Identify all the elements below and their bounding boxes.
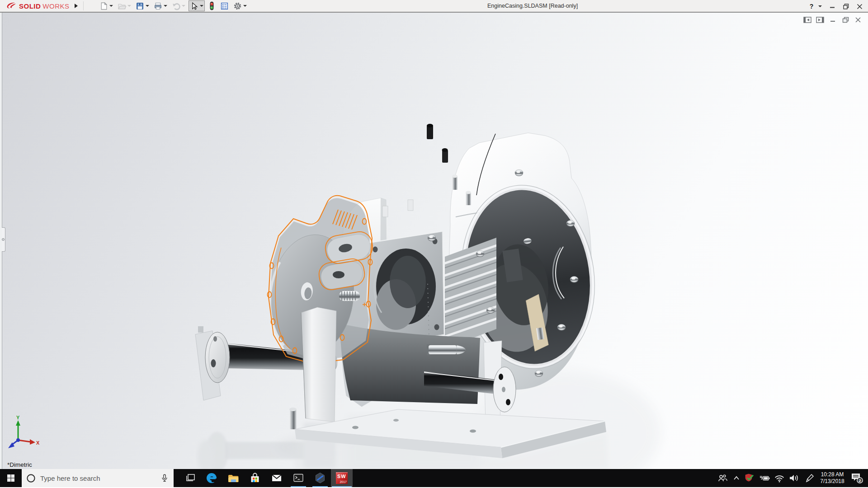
spring	[339, 291, 360, 301]
pane-arrow-right-button[interactable]	[815, 15, 826, 24]
doc-close-icon	[855, 17, 861, 23]
rebuild-button[interactable]	[207, 0, 217, 11]
taskbar-app-file-explorer[interactable]	[222, 469, 244, 487]
x-axis-arrow	[30, 439, 35, 445]
quick-access-toolbar	[98, 0, 248, 11]
action-center-button[interactable]: 2	[847, 469, 866, 487]
sw-cube-label: SW	[337, 474, 346, 479]
task-view-button[interactable]	[180, 469, 201, 487]
network-button[interactable]	[772, 469, 787, 487]
solidworks-monitor-button[interactable]	[743, 469, 757, 487]
options-dropdown-caret[interactable]	[243, 5, 247, 7]
select-dropdown-caret[interactable]	[200, 5, 203, 7]
people-icon	[717, 473, 727, 483]
restore-button[interactable]	[839, 0, 853, 12]
rebuild-traffic-light-icon	[208, 1, 216, 10]
doc-minimize-button[interactable]	[827, 15, 838, 24]
chevron-up-icon	[732, 474, 741, 482]
cortana-icon	[26, 474, 36, 483]
brand-solid: SOLID	[19, 2, 41, 10]
pen-icon	[804, 473, 815, 483]
select-cursor-icon	[190, 2, 198, 10]
minimize-button[interactable]	[826, 0, 839, 12]
y-axis-arrow	[16, 420, 20, 426]
taskbar-clock[interactable]: 10:28 AM 7/13/2018	[817, 469, 847, 487]
windows-ink-button[interactable]	[801, 469, 817, 487]
print-icon	[154, 2, 162, 10]
power-status-button[interactable]	[757, 469, 772, 487]
store-icon	[249, 472, 261, 484]
orientation-triad[interactable]: Y X	[3, 415, 41, 453]
file-properties-icon	[220, 2, 229, 10]
print-dropdown-caret[interactable]	[164, 5, 167, 7]
battery-plug-icon	[759, 473, 770, 483]
file-properties-button[interactable]	[219, 0, 230, 11]
solidworks-shield-icon	[745, 473, 755, 483]
help-dropdown-caret[interactable]	[818, 5, 822, 7]
solidworks-2017-icon: SW 2017	[336, 472, 348, 484]
open-folder-icon	[118, 2, 126, 10]
dowel-pin	[427, 344, 466, 355]
doc-restore-button[interactable]	[840, 15, 851, 24]
menu-flyout-button[interactable]	[72, 1, 80, 11]
undo-dropdown-caret	[182, 5, 185, 7]
taskbar-app-hexagon[interactable]	[309, 469, 331, 487]
pane-arrow-left-icon	[803, 16, 812, 23]
new-document-button[interactable]	[98, 0, 114, 11]
edge-icon	[205, 472, 218, 484]
volume-icon	[788, 473, 800, 483]
select-button[interactable]	[189, 0, 205, 11]
people-button[interactable]	[714, 469, 730, 487]
restore-icon	[843, 4, 849, 9]
taskbar-search-box[interactable]: Type here to search	[22, 469, 174, 487]
x-axis-label: X	[36, 440, 40, 446]
view-orientation-label: *Dimetric	[7, 461, 32, 468]
volume-button[interactable]	[787, 469, 801, 487]
wifi-icon	[774, 473, 785, 483]
file-explorer-icon	[227, 472, 240, 484]
close-icon	[857, 4, 863, 9]
undo-button	[170, 0, 187, 11]
options-button[interactable]	[232, 0, 248, 11]
new-dropdown-caret[interactable]	[109, 5, 113, 7]
sw-cube-year: 2017	[340, 480, 347, 483]
doc-minimize-icon	[830, 17, 836, 23]
save-dropdown-caret[interactable]	[146, 5, 149, 7]
hexagon-app-icon	[314, 472, 326, 484]
taskbar-app-edge[interactable]	[201, 469, 222, 487]
engine-casing-model[interactable]	[0, 13, 868, 469]
graphics-area[interactable]: Y X *Dimetric	[0, 13, 868, 469]
save-button[interactable]	[134, 0, 151, 11]
show-hidden-icons-button[interactable]	[730, 469, 743, 487]
system-tray: 10:28 AM 7/13/2018 2	[714, 469, 868, 487]
taskbar-app-command-prompt[interactable]	[288, 469, 309, 487]
y-axis-label: Y	[16, 415, 20, 420]
doc-restore-icon	[842, 17, 849, 23]
pane-arrow-left-button[interactable]	[802, 15, 813, 24]
microphone-icon[interactable]	[160, 473, 169, 483]
close-button[interactable]	[853, 0, 866, 12]
print-button[interactable]	[152, 0, 169, 11]
document-window-controls	[802, 15, 863, 24]
open-dropdown-caret	[127, 5, 131, 7]
taskbar-app-solidworks[interactable]: SW 2017	[331, 469, 353, 487]
flyout-arrow-icon	[75, 4, 78, 8]
ds-swirl-icon	[5, 2, 17, 10]
help-button[interactable]: ?	[806, 0, 817, 12]
document-title: EngineCasing.SLDASM [Read-only]	[487, 3, 578, 9]
toolbar-separator	[83, 1, 84, 10]
minimize-icon	[830, 4, 835, 9]
open-button[interactable]	[116, 0, 132, 11]
clock-time: 10:28 AM	[821, 471, 844, 478]
start-button[interactable]	[0, 469, 22, 487]
save-floppy-icon	[136, 2, 144, 10]
window-controls: ?	[806, 0, 866, 13]
options-gear-icon	[233, 2, 242, 10]
notification-badge: 2	[859, 478, 861, 483]
running-indicator	[312, 486, 328, 488]
taskbar-app-mail[interactable]	[266, 469, 288, 487]
doc-close-button[interactable]	[853, 15, 863, 24]
clock-date: 7/13/2018	[820, 478, 844, 485]
new-document-icon	[99, 2, 108, 10]
taskbar-app-store[interactable]	[244, 469, 266, 487]
